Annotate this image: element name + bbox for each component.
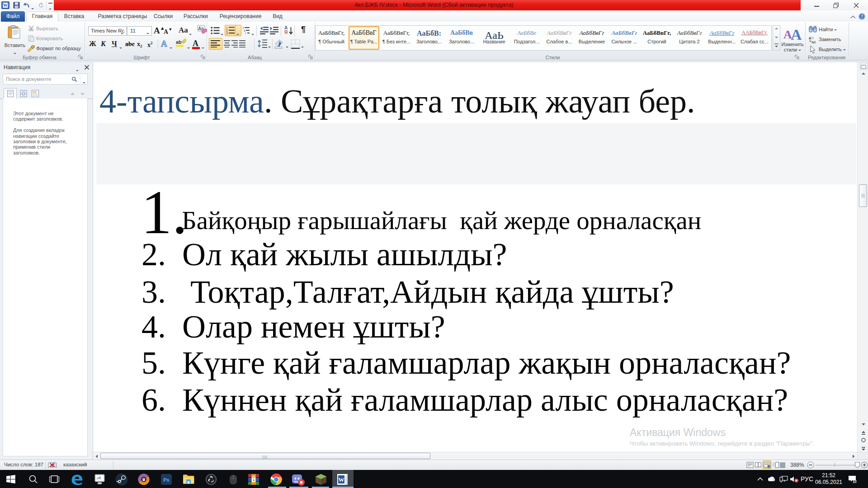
- svg-text:W: W: [3, 3, 8, 8]
- svg-text:Ps: Ps: [163, 477, 169, 483]
- svg-text:W: W: [339, 476, 344, 483]
- svg-text:ab: ab: [176, 39, 182, 45]
- svg-text:i: i: [245, 32, 245, 34]
- svg-text:3: 3: [226, 32, 228, 34]
- svg-text:ac: ac: [811, 40, 816, 43]
- svg-text:?: ?: [861, 14, 863, 19]
